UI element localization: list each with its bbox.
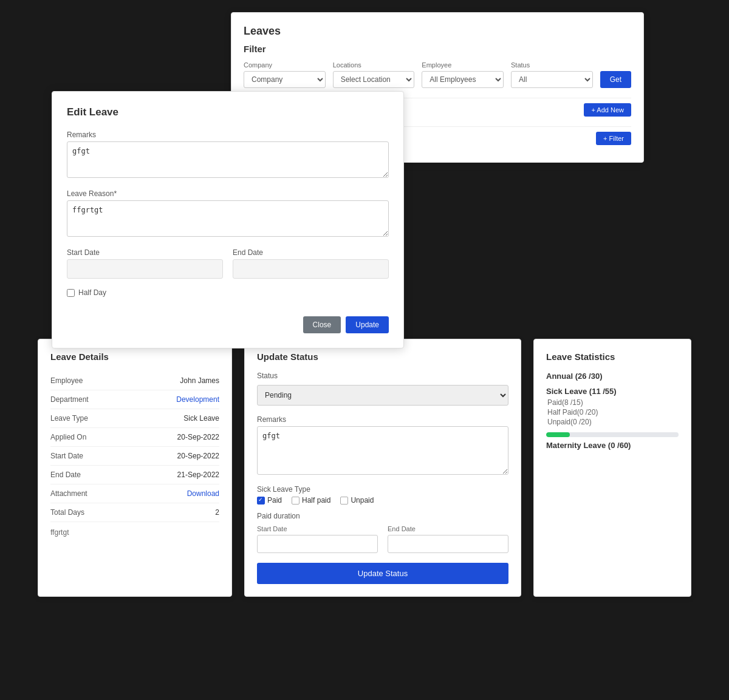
edit-leave-title: Edit Leave bbox=[67, 106, 389, 118]
maternity-stat: Maternity Leave (0 /60) bbox=[546, 441, 679, 450]
sick-leave-stat: Sick Leave (11 /55) Paid(8 /15) Half Pai… bbox=[546, 387, 679, 426]
status-field-label: Status bbox=[257, 372, 508, 380]
total-days-label: Total Days bbox=[50, 508, 84, 517]
pd-end-date-input[interactable]: 2022-09-21 bbox=[388, 535, 508, 553]
leave-type-row: Leave Type Sick Leave bbox=[50, 409, 219, 428]
leave-footnote: ffgrtgt bbox=[50, 528, 219, 537]
annual-stat: Annual (26 /30) bbox=[546, 372, 679, 381]
company-label: Company bbox=[244, 61, 326, 69]
filter-title: Filter bbox=[244, 44, 631, 54]
unpaid-option[interactable]: Unpaid bbox=[340, 496, 374, 505]
employee-label: Employee bbox=[422, 61, 504, 69]
start-date-row: Start Date 20-Sep-2022 bbox=[50, 447, 219, 466]
leave-details-title: Leave Details bbox=[50, 352, 219, 362]
add-new-button[interactable]: + Add New bbox=[584, 103, 631, 117]
employee-value: John James bbox=[180, 376, 219, 385]
update-status-button[interactable]: Update Status bbox=[257, 563, 508, 584]
get-button[interactable]: Get bbox=[600, 71, 631, 88]
total-days-row: Total Days 2 bbox=[50, 503, 219, 522]
locations-select[interactable]: Select Location bbox=[333, 71, 415, 88]
company-select[interactable]: Company bbox=[244, 71, 326, 88]
remarks-field-label: Remarks bbox=[257, 415, 508, 424]
progress-bar-fill bbox=[546, 432, 570, 437]
start-date-label: Start Date bbox=[50, 452, 83, 460]
end-date-label: End Date bbox=[233, 248, 389, 257]
unpaid-checkbox[interactable] bbox=[340, 497, 348, 505]
close-button[interactable]: Close bbox=[303, 316, 341, 333]
employee-label: Employee bbox=[50, 376, 83, 385]
pd-start-date-label: Start Date bbox=[257, 525, 378, 532]
locations-label: Locations bbox=[333, 61, 415, 69]
applied-on-value: 20-Sep-2022 bbox=[177, 433, 219, 441]
employee-row: Employee John James bbox=[50, 372, 219, 390]
half-paid-label-text: Half paid bbox=[302, 496, 330, 505]
end-date-input[interactable]: 2022-09-21 bbox=[233, 259, 389, 279]
pd-start-date-input[interactable]: 2022-09-20 bbox=[257, 535, 378, 553]
leave-statistics-panel: Leave Statistics Annual (26 /30) Sick Le… bbox=[533, 339, 691, 597]
unpaid-label-text: Unpaid bbox=[351, 496, 374, 505]
start-date-input[interactable]: 2022-09-20 bbox=[67, 259, 223, 279]
start-date-label: Start Date bbox=[67, 248, 223, 257]
attachment-label: Attachment bbox=[50, 489, 87, 498]
update-button[interactable]: Update bbox=[346, 316, 389, 333]
half-day-label: Half Day bbox=[78, 288, 106, 297]
half-paid-stat-label: Half Paid(0 /20) bbox=[546, 408, 679, 416]
applied-on-row: Applied On 20-Sep-2022 bbox=[50, 428, 219, 447]
paid-duration-label: Paid duration bbox=[257, 512, 508, 520]
department-row: Department Development bbox=[50, 390, 219, 409]
remarks-textarea-status[interactable]: gfgt bbox=[257, 426, 508, 475]
filter-button[interactable]: + Filter bbox=[596, 132, 631, 145]
end-date-row: End Date 21-Sep-2022 bbox=[50, 466, 219, 484]
leave-type-value: Sick Leave bbox=[183, 414, 219, 423]
leave-stats-title: Leave Statistics bbox=[546, 352, 679, 362]
half-paid-option[interactable]: Half paid bbox=[292, 496, 330, 505]
maternity-label: Maternity Leave (0 /60) bbox=[546, 441, 679, 450]
unpaid-stat-label: Unpaid(0 /20) bbox=[546, 418, 679, 426]
department-label: Department bbox=[50, 395, 89, 404]
paid-stat-label: Paid(8 /15) bbox=[546, 398, 679, 407]
remarks-label: Remarks bbox=[67, 131, 389, 139]
progress-bar-container bbox=[546, 432, 679, 437]
edit-leave-modal: Edit Leave Remarks gfgt Leave Reason* ff… bbox=[52, 91, 404, 348]
download-link[interactable]: Download bbox=[187, 489, 219, 498]
update-status-panel: Update Status Status Pending Remarks gfg… bbox=[244, 339, 521, 597]
pd-end-date-label: End Date bbox=[388, 525, 508, 532]
leave-reason-label: Leave Reason* bbox=[67, 189, 389, 198]
remarks-textarea[interactable]: gfgt bbox=[67, 141, 389, 178]
half-day-checkbox[interactable] bbox=[67, 289, 75, 297]
status-select[interactable]: All bbox=[511, 71, 593, 88]
attachment-row: Attachment Download bbox=[50, 484, 219, 503]
leave-type-label: Leave Type bbox=[50, 414, 88, 423]
status-dropdown[interactable]: Pending bbox=[257, 385, 508, 406]
leave-details-panel: Leave Details Employee John James Depart… bbox=[38, 339, 232, 597]
paid-option[interactable]: Paid bbox=[257, 496, 282, 505]
end-date-value: 21-Sep-2022 bbox=[177, 471, 219, 479]
leave-reason-textarea[interactable]: ffgrtgt bbox=[67, 200, 389, 237]
annual-label: Annual (26 /30) bbox=[546, 372, 679, 381]
start-date-value: 20-Sep-2022 bbox=[177, 452, 219, 460]
half-paid-checkbox[interactable] bbox=[292, 497, 299, 505]
leaves-panel-title: Leaves bbox=[244, 25, 631, 38]
update-status-title: Update Status bbox=[257, 352, 508, 362]
end-date-label: End Date bbox=[50, 471, 81, 479]
employee-select[interactable]: All Employees bbox=[422, 71, 504, 88]
department-value: Development bbox=[176, 395, 219, 404]
paid-label-text: Paid bbox=[267, 496, 282, 505]
status-label: Status bbox=[511, 61, 593, 69]
sick-leave-label: Sick Leave (11 /55) bbox=[546, 387, 679, 396]
sick-leave-type-label: Sick Leave Type bbox=[257, 485, 508, 494]
applied-on-label: Applied On bbox=[50, 433, 86, 441]
total-days-value: 2 bbox=[215, 508, 219, 517]
paid-checkbox-checked[interactable] bbox=[257, 497, 265, 505]
